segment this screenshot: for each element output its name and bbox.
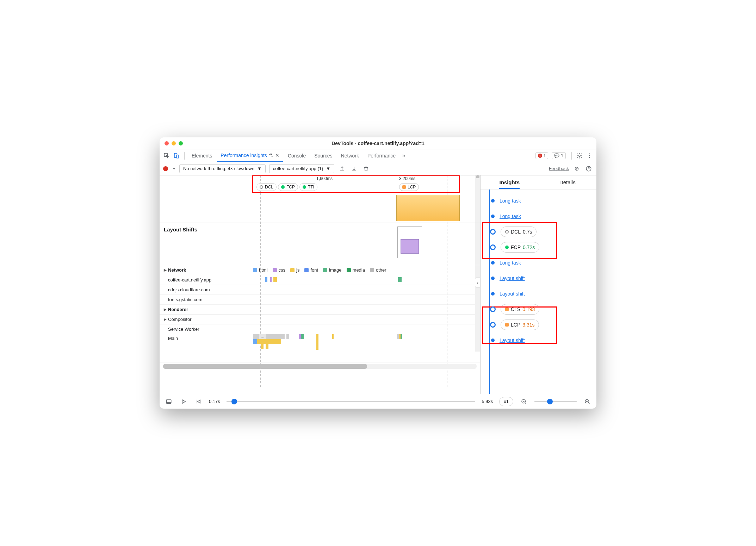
settings-icon[interactable] — [575, 151, 584, 160]
insight-item: Layout shift — [484, 271, 591, 286]
record-button[interactable] — [163, 166, 168, 171]
insight-link[interactable]: Long task — [500, 260, 521, 266]
rewind-button[interactable] — [194, 397, 203, 406]
legend-item: image — [323, 267, 341, 273]
timeline-dot-icon — [490, 244, 496, 250]
delete-icon[interactable] — [362, 165, 370, 173]
sidebar-tab-details[interactable]: Details — [539, 175, 597, 189]
insights-toolbar: ▼ No network throttling, 4× slowdown ▼ c… — [160, 162, 596, 175]
network-host-row: coffee-cart.netlify.app — [160, 275, 480, 285]
insight-link[interactable]: Layout shift — [500, 275, 525, 281]
marker-icon — [505, 308, 509, 311]
section-label-renderer: Renderer — [168, 307, 188, 312]
kebab-menu-icon[interactable] — [585, 151, 594, 160]
screenshot-strip — [160, 193, 480, 223]
disclosure-triangle-icon[interactable]: ▶ — [164, 317, 167, 321]
svg-point-6 — [589, 157, 590, 158]
tab-network[interactable]: Network — [337, 149, 362, 162]
insight-metric-chip[interactable]: DCL0.7s — [501, 227, 537, 237]
marker-icon — [505, 246, 509, 249]
legend-item: css — [273, 267, 286, 273]
disclosure-triangle-icon[interactable]: ▶ — [164, 268, 167, 272]
timeline-area: 1,600ms 3,200ms DCL FCP TTI LCP — [160, 175, 480, 394]
insight-link[interactable]: Layout shift — [500, 291, 525, 297]
settings-gear-icon[interactable] — [572, 165, 581, 173]
sidebar-tab-insights[interactable]: Insights — [481, 175, 539, 189]
network-host-row: fonts.gstatic.com — [160, 295, 480, 305]
layout-shift-thumbnail[interactable] — [397, 227, 422, 258]
svg-point-8 — [576, 168, 577, 169]
timeline-marker-chip[interactable]: DCL — [256, 183, 277, 191]
insight-item: LCP3.31s — [484, 317, 591, 333]
insights-list: Long taskLong taskDCL0.7sFCP0.72sLong ta… — [481, 190, 596, 394]
tab-elements[interactable]: Elements — [188, 149, 216, 162]
legend-item: js — [290, 267, 299, 273]
tab-performance[interactable]: Performance — [364, 149, 399, 162]
svg-point-3 — [579, 155, 581, 156]
disclosure-triangle-icon[interactable]: ▶ — [164, 308, 167, 311]
network-legend: htmlcssjsfontimagemediaother — [253, 267, 386, 273]
playbar-end-time: 5.93s — [482, 399, 493, 404]
tab-console[interactable]: Console — [284, 149, 309, 162]
timeline-dot-icon — [491, 292, 495, 296]
timeline-marker-chip[interactable]: TTI — [299, 183, 317, 191]
screenshot-thumbnail[interactable] — [396, 195, 460, 221]
insight-link[interactable]: Long task — [500, 213, 521, 219]
svg-rect-2 — [176, 155, 179, 158]
legend-item: font — [304, 267, 318, 273]
timeline-dot-icon — [491, 215, 495, 218]
timeline-marker-chip[interactable]: FCP — [278, 183, 298, 191]
timeline-dot-icon — [490, 306, 496, 312]
recording-select[interactable]: coffee-cart.netlify.app (1) ▼ — [269, 164, 334, 173]
timeline-dot-icon — [491, 277, 495, 280]
timeline-marker-chip[interactable]: LCP — [399, 183, 419, 191]
devtools-window: DevTools - coffee-cart.netlify.app/?ad=1… — [160, 137, 596, 409]
message-icon: 💬 — [554, 153, 559, 158]
zoom-in-icon[interactable] — [583, 397, 591, 406]
insight-link[interactable]: Layout shift — [500, 337, 525, 343]
renderer-header: ▶ Renderer — [160, 305, 480, 315]
playback-speed-select[interactable]: x1 — [499, 397, 513, 406]
device-toolbar-icon[interactable] — [172, 151, 181, 160]
svg-line-15 — [525, 403, 526, 404]
insight-item: DCL0.7s — [484, 224, 591, 240]
tab-performance-insights[interactable]: Performance insights ⚗ ✕ — [217, 149, 283, 162]
feedback-link[interactable]: Feedback — [549, 166, 569, 171]
messages-badge[interactable]: 💬 1 — [552, 152, 566, 159]
timeline-dot-icon — [491, 339, 495, 342]
svg-rect-10 — [166, 399, 171, 403]
expand-sidebar-button[interactable]: › — [475, 278, 480, 287]
errors-badge[interactable]: ✕ 1 — [535, 152, 549, 159]
insight-link[interactable]: Long task — [500, 198, 521, 204]
insight-metric-chip[interactable]: CLS0.193 — [501, 304, 539, 315]
help-icon[interactable] — [584, 165, 593, 173]
insight-metric-chip[interactable]: FCP0.72s — [501, 242, 539, 253]
throttling-select[interactable]: No network throttling, 4× slowdown ▼ — [179, 164, 266, 173]
zoom-out-icon[interactable] — [520, 397, 528, 406]
record-options-caret[interactable]: ▼ — [172, 167, 176, 170]
import-icon[interactable] — [350, 165, 358, 173]
zoom-slider[interactable] — [534, 401, 577, 402]
tab-sources[interactable]: Sources — [311, 149, 336, 162]
play-button[interactable] — [179, 397, 188, 406]
more-tabs-icon[interactable]: » — [401, 151, 407, 160]
legend-item: media — [347, 267, 365, 273]
timeline-slider[interactable] — [227, 401, 476, 402]
playbar-start-time: 0.17s — [209, 399, 220, 404]
close-tab-icon[interactable]: ✕ — [275, 153, 279, 158]
toggle-screenshots-icon[interactable] — [165, 397, 173, 406]
svg-point-7 — [575, 167, 578, 170]
horizontal-scrollbar[interactable] — [163, 364, 477, 369]
layout-shifts-row: Layout Shifts — [160, 223, 480, 265]
caret-down-icon: ▼ — [326, 166, 330, 171]
insight-item: Layout shift — [484, 333, 591, 348]
insight-metric-chip[interactable]: LCP3.31s — [501, 319, 539, 330]
playbar: 0.17s 5.93s x1 — [160, 394, 596, 409]
legend-swatch — [304, 268, 309, 272]
network-host-row: cdnjs.cloudflare.com — [160, 285, 480, 295]
legend-swatch — [347, 268, 351, 272]
inspect-element-icon[interactable] — [162, 151, 171, 160]
timeline-dot-icon — [490, 229, 496, 235]
insight-item: Layout shift — [484, 286, 591, 302]
export-icon[interactable] — [338, 165, 346, 173]
